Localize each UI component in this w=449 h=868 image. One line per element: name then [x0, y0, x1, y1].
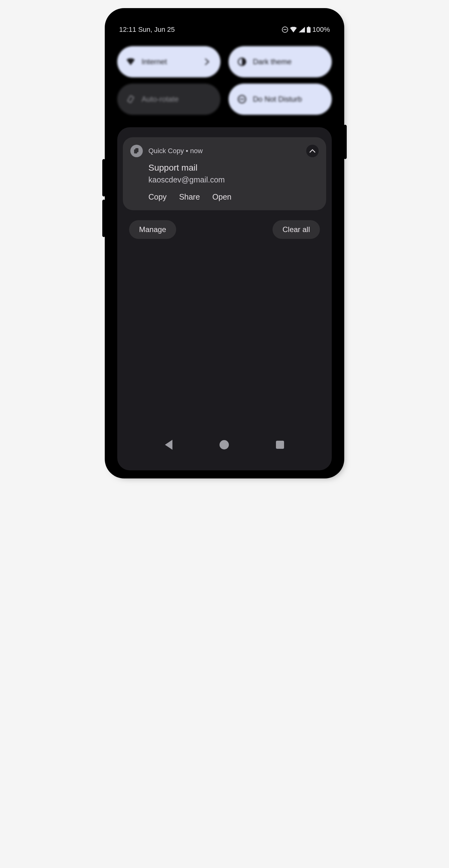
auto-rotate-icon — [126, 94, 135, 104]
chevron-right-icon — [202, 57, 212, 66]
svg-rect-0 — [307, 27, 311, 33]
notif-action-share[interactable]: Share — [179, 192, 200, 202]
app-icon — [130, 145, 143, 157]
chevron-up-icon — [309, 149, 316, 153]
qs-dnd-label: Do Not Disturb — [253, 95, 302, 103]
screen: 12:11 Sun, Jun 25 100% — [113, 21, 336, 470]
volume-down-button[interactable] — [102, 199, 105, 237]
wifi-icon — [290, 27, 297, 32]
phone-frame: 12:11 Sun, Jun 25 100% — [109, 12, 340, 474]
wifi-icon — [126, 57, 135, 66]
notification-text: kaoscdev@gmail.com — [149, 175, 319, 184]
notif-action-copy[interactable]: Copy — [149, 192, 166, 202]
dnd-icon — [282, 27, 288, 33]
nav-bar — [123, 432, 326, 460]
status-right: 100% — [282, 26, 330, 34]
clear-all-button[interactable]: Clear all — [272, 220, 320, 239]
qs-auto-rotate-label: Auto-rotate — [141, 95, 179, 103]
notification-title: Support mail — [149, 163, 319, 173]
collapse-button[interactable] — [306, 145, 319, 157]
manage-button[interactable]: Manage — [129, 220, 176, 239]
notification-panel: Quick Copy • now Support mail kaoscdev@g… — [117, 127, 332, 470]
notif-action-open[interactable]: Open — [212, 192, 231, 202]
svg-rect-1 — [308, 27, 309, 27]
notification-time: now — [190, 147, 203, 155]
qs-internet-tile[interactable]: Internet — [117, 46, 220, 78]
svg-rect-5 — [240, 99, 244, 100]
status-bar: 12:11 Sun, Jun 25 100% — [113, 21, 336, 37]
qs-dark-theme-tile[interactable]: Dark theme — [229, 46, 332, 78]
nav-back-button[interactable] — [165, 440, 172, 450]
qs-dnd-tile[interactable]: Do Not Disturb — [229, 84, 332, 115]
qs-internet-label: Internet — [141, 57, 167, 66]
svg-rect-3 — [128, 95, 134, 103]
status-battery-pct: 100% — [313, 26, 330, 34]
notification-app-name: Quick Copy — [149, 147, 184, 155]
nav-home-button[interactable] — [220, 440, 229, 450]
svg-rect-7 — [135, 148, 138, 152]
volume-up-button[interactable] — [102, 159, 105, 196]
qs-dark-theme-label: Dark theme — [253, 57, 292, 66]
dark-theme-icon — [237, 57, 247, 66]
status-time-date: 12:11 Sun, Jun 25 — [119, 26, 175, 34]
notification-header: Quick Copy • now — [130, 145, 319, 157]
signal-icon — [299, 27, 305, 32]
quick-settings: Internet Dark theme Auto-rotate — [113, 37, 336, 121]
power-button[interactable] — [344, 125, 347, 159]
dnd-icon — [237, 94, 247, 104]
notification-card[interactable]: Quick Copy • now Support mail kaoscdev@g… — [123, 137, 326, 210]
qs-auto-rotate-tile[interactable]: Auto-rotate — [117, 84, 220, 115]
nav-recent-button[interactable] — [276, 441, 284, 449]
battery-icon — [307, 27, 311, 33]
